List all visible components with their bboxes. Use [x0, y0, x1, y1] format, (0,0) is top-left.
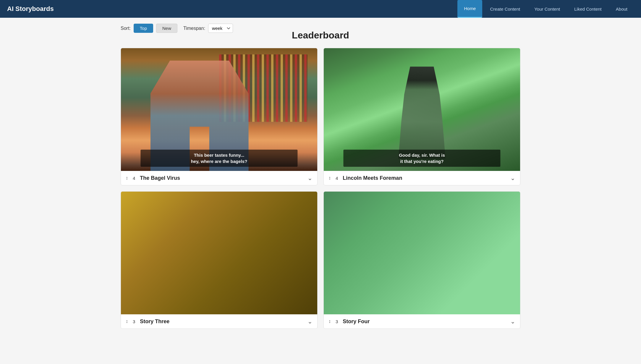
nav-liked-content[interactable]: Liked Content [568, 0, 608, 18]
main-content: Sort: Top New Timespan: day week month y… [114, 18, 527, 335]
nav-links: Home Create Content Your Content Liked C… [457, 0, 634, 18]
card-title-4: Story Four [343, 318, 507, 325]
card-title-1: The Bagel Virus [140, 175, 305, 181]
card-footer-1: ↕ 4 The Bagel Virus ⌄ [121, 171, 317, 185]
sort-top-button[interactable]: Top [134, 24, 153, 33]
nav-create-content[interactable]: Create Content [483, 0, 527, 18]
vote-count-4: 3 [336, 319, 338, 324]
card-grid: This beer tastes funny...hey, where are … [121, 48, 520, 329]
navbar: AI Storyboards Home Create Content Your … [0, 0, 641, 18]
vote-count-2: 4 [336, 176, 338, 181]
nav-your-content[interactable]: Your Content [528, 0, 566, 18]
character-lincoln [392, 67, 451, 158]
expand-button-1[interactable]: ⌄ [307, 174, 313, 182]
nav-about[interactable]: About [609, 0, 634, 18]
expand-button-2[interactable]: ⌄ [510, 174, 515, 182]
story-card-1: This beer tastes funny...hey, where are … [121, 48, 318, 185]
story-card-3: ↕ 3 Story Three ⌄ [121, 191, 318, 329]
card-title-2: Lincoln Meets Foreman [343, 175, 507, 181]
vote-count-1: 4 [133, 176, 135, 181]
card-caption-1: This beer tastes funny...hey, where are … [140, 150, 297, 167]
card-image-1[interactable]: This beer tastes funny...hey, where are … [121, 48, 317, 171]
vote-up-icon-2: ↕ [328, 175, 331, 181]
app-brand: AI Storyboards [7, 5, 54, 13]
story-card-4: ↕ 3 Story Four ⌄ [323, 191, 520, 329]
vote-up-icon-3: ↕ [126, 319, 128, 324]
vote-control-1[interactable]: ↕ [126, 175, 128, 181]
nav-home[interactable]: Home [457, 0, 482, 18]
vote-up-icon-4: ↕ [328, 319, 331, 324]
card-image-3[interactable] [121, 192, 317, 314]
vote-control-4[interactable]: ↕ [328, 319, 331, 324]
vote-count-3: 3 [133, 319, 135, 324]
card-image-4[interactable] [324, 192, 520, 314]
story-card-2: Good day, sir. What isit that you're eat… [323, 48, 520, 185]
expand-button-3[interactable]: ⌄ [307, 318, 313, 325]
vote-control-2[interactable]: ↕ [328, 175, 331, 181]
card-image-2[interactable]: Good day, sir. What isit that you're eat… [324, 48, 520, 171]
expand-button-4[interactable]: ⌄ [510, 318, 515, 325]
card-caption-2: Good day, sir. What isit that you're eat… [343, 150, 500, 167]
vote-control-3[interactable]: ↕ [126, 319, 128, 324]
card-footer-4: ↕ 3 Story Four ⌄ [324, 314, 520, 329]
sort-label: Sort: [121, 26, 131, 31]
card-footer-3: ↕ 3 Story Three ⌄ [121, 314, 317, 329]
timespan-label: Timespan: [183, 26, 205, 31]
sort-new-button[interactable]: New [156, 24, 177, 33]
card-footer-2: ↕ 4 Lincoln Meets Foreman ⌄ [324, 171, 520, 185]
timespan-select[interactable]: day week month year all [208, 24, 233, 33]
card-title-3: Story Three [140, 318, 305, 325]
leaderboard-title: Leaderboard [121, 30, 520, 41]
vote-up-icon: ↕ [126, 175, 128, 181]
